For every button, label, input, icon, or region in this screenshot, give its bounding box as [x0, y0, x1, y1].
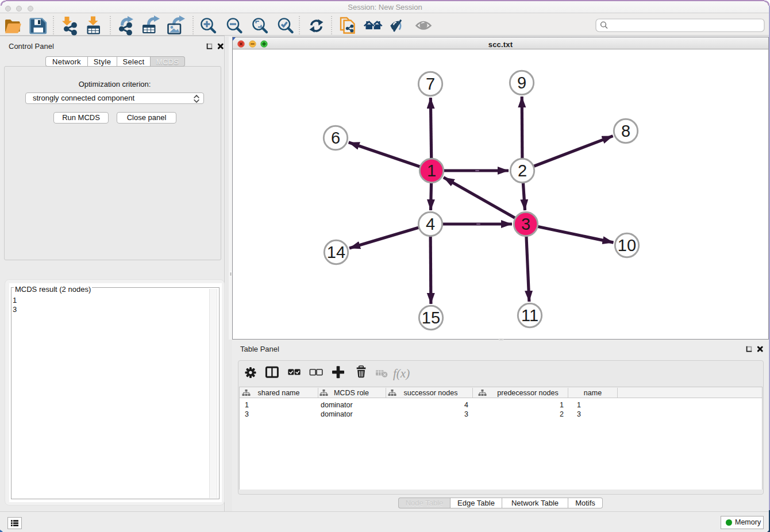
- svg-text:dominator: dominator: [321, 410, 353, 418]
- svg-text:1: 1: [245, 401, 249, 409]
- svg-text:1: 1: [560, 401, 564, 409]
- svg-text:3: 3: [577, 410, 581, 418]
- svg-text:9: 9: [517, 74, 526, 92]
- svg-text:3: 3: [245, 410, 249, 418]
- svg-text:1: 1: [577, 401, 581, 409]
- svg-text:2: 2: [560, 410, 564, 418]
- svg-text:dominator: dominator: [321, 401, 353, 409]
- svg-text:8: 8: [621, 122, 630, 140]
- svg-text:1: 1: [427, 161, 436, 180]
- svg-text:4: 4: [426, 215, 435, 233]
- svg-text:predecessor nodes: predecessor nodes: [497, 389, 558, 397]
- svg-text:11: 11: [521, 306, 538, 325]
- svg-text:10: 10: [618, 236, 636, 255]
- svg-text:14: 14: [327, 243, 345, 261]
- svg-text:f(x): f(x): [393, 367, 410, 380]
- svg-text:6: 6: [331, 129, 340, 147]
- svg-text:name: name: [584, 389, 602, 397]
- svg-text:4: 4: [464, 401, 468, 409]
- svg-text:shared name: shared name: [258, 389, 300, 397]
- svg-text:3: 3: [521, 215, 530, 233]
- svg-text:successor nodes: successor nodes: [404, 389, 458, 397]
- svg-text:15: 15: [422, 309, 440, 327]
- svg-text:7: 7: [426, 75, 435, 93]
- svg-text:2: 2: [518, 161, 527, 180]
- svg-text:MCDS role: MCDS role: [334, 389, 369, 397]
- svg-text:3: 3: [464, 410, 468, 418]
